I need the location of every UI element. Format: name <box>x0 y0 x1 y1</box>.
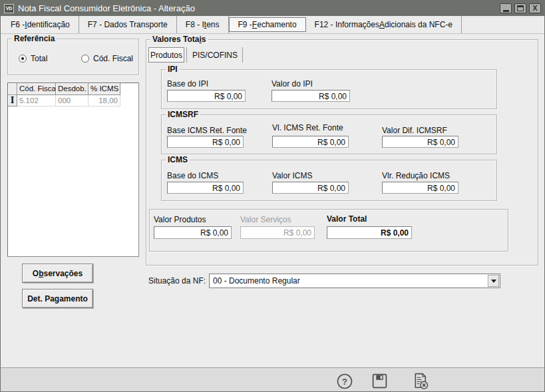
ipi-groupbox: IPI Base do IPI R$ 0,00 Valor do IPI R$ … <box>161 69 497 109</box>
nfce-alteracao-window: VD Nota Fiscal Consumidor Eletrônica - A… <box>0 0 545 392</box>
observacoes-button[interactable]: Observações <box>22 264 93 283</box>
icms-groupbox: ICMS Base do ICMS R$ 0,00 Valor ICMS R$ … <box>161 160 497 201</box>
valor-ipi-field[interactable]: R$ 0,00 <box>272 90 350 102</box>
save-button[interactable] <box>371 372 389 392</box>
help-button[interactable]: ? <box>336 373 353 392</box>
totais-panel: Valor Produtos R$ 0,00 Valor Serviços R$… <box>149 209 508 252</box>
grid-header-cod-fiscal[interactable]: Cód. Fiscal <box>17 83 56 95</box>
grid-header-desdob[interactable]: Desdob. <box>56 83 89 95</box>
cell-cod-fiscal[interactable]: 5.102 <box>17 95 56 106</box>
cell-desdob[interactable]: 000 <box>56 95 89 106</box>
vl-icms-ret-fonte-field[interactable]: R$ 0,00 <box>272 136 349 148</box>
valor-icms-label: Valor ICMS <box>272 171 312 180</box>
valor-produtos-label: Valor Produtos <box>154 215 206 224</box>
tab-f7-dados-transporte[interactable]: F7 - Dados Transporte <box>79 16 177 33</box>
minimize-button[interactable] <box>500 3 512 13</box>
save-icon <box>371 372 389 390</box>
cell-icms[interactable]: 18,00 <box>89 95 120 106</box>
valores-totais-groupbox: Valores Totais Produtos PIS/COFINS IPI B… <box>146 39 538 266</box>
situacao-nf-value: 00 - Documento Regular <box>210 276 488 286</box>
grid-indicator-header <box>8 83 17 95</box>
tab-f6-identificacao[interactable]: F6 - Identificação <box>2 16 79 33</box>
valor-icms-field[interactable]: R$ 0,00 <box>272 182 349 194</box>
titlebar: VD Nota Fiscal Consumidor Eletrônica - A… <box>1 1 544 16</box>
base-icms-label: Base do ICMS <box>167 171 218 180</box>
tab-produtos[interactable]: Produtos <box>148 47 184 63</box>
maximize-icon <box>517 5 524 11</box>
valor-total-field[interactable]: R$ 0,00 <box>327 226 412 239</box>
situacao-nf-select[interactable]: 00 - Documento Regular <box>209 274 500 288</box>
cod-fiscal-grid[interactable]: Cód. Fiscal Desdob. % ICMS I 5.102 000 1… <box>7 83 139 257</box>
svg-text:?: ? <box>342 377 347 387</box>
ipi-title: IPI <box>166 65 180 74</box>
tab-label: F12 - Informações <box>315 20 379 29</box>
cancel-document-button[interactable] <box>411 371 430 392</box>
icms-title: ICMS <box>166 155 190 164</box>
tab-label: echamento <box>257 20 296 29</box>
tab-label: F6 - <box>11 20 25 29</box>
maximize-button[interactable] <box>514 3 526 13</box>
referencia-groupbox: Referência Total Cód. Fiscal <box>7 39 139 75</box>
window-title: Nota Fiscal Consumidor Eletrônica - Alte… <box>18 3 497 13</box>
valor-produtos-field[interactable]: R$ 0,00 <box>154 226 232 239</box>
tab-f12-informacoes-adicionais[interactable]: F12 - Informações Adicionais da NFC-e <box>306 16 462 33</box>
icmsrf-groupbox: ICMSRF Base ICMS Ret. Fonte R$ 0,00 Vl. … <box>161 114 497 154</box>
radio-cod-fiscal[interactable]: Cód. Fiscal <box>81 54 133 63</box>
radio-total[interactable]: Total <box>19 54 47 63</box>
tab-separator <box>186 47 187 63</box>
tab-pis-cofins[interactable]: PIS/COFINS <box>189 47 241 63</box>
tab-label: F8 - I <box>186 20 204 29</box>
close-button[interactable]: X <box>529 3 541 13</box>
tab-label: dentificação <box>27 20 70 29</box>
cancel-document-icon <box>411 371 430 391</box>
tab-label: F9 - <box>238 20 252 29</box>
tab-label: F7 - Dados Transporte <box>88 20 168 29</box>
tab-label: A <box>379 20 385 29</box>
button-label: Observações <box>33 269 83 278</box>
valor-ipi-label: Valor do IPI <box>272 79 313 89</box>
base-icms-ret-fonte-label: Base ICMS Ret. Fonte <box>167 126 247 135</box>
bottom-toolbar: ? <box>1 367 544 392</box>
valor-dif-icmsrf-field[interactable]: R$ 0,00 <box>382 136 458 148</box>
tab-separator <box>242 47 243 63</box>
tab-label: dicionais da NFC-e <box>385 20 453 29</box>
valor-servicos-label: Valor Serviços <box>240 215 291 224</box>
base-icms-ret-fonte-field[interactable]: R$ 0,00 <box>167 136 244 148</box>
chevron-down-icon <box>491 280 496 283</box>
table-row[interactable]: I 5.102 000 18,00 <box>8 95 138 106</box>
vl-icms-ret-fonte-label: Vl. ICMS Ret. Fonte <box>272 123 343 132</box>
radio-cod-fiscal-circle <box>81 55 89 63</box>
base-icms-field[interactable]: R$ 0,00 <box>167 182 244 194</box>
app-icon: VD <box>4 4 14 13</box>
tab-f8-itens[interactable]: F8 - Itens <box>177 16 229 33</box>
tab-label: F <box>252 20 257 29</box>
tab-f9-fechamento[interactable]: F9 - Fechamento <box>229 17 306 32</box>
situacao-dropdown-button[interactable] <box>488 275 499 287</box>
det-pagamento-button[interactable]: Det. Pagamento <box>22 289 93 308</box>
radio-cod-fiscal-label: Cód. Fiscal <box>93 54 133 63</box>
vlr-reducao-icms-field[interactable]: R$ 0,00 <box>382 182 458 194</box>
grid-header-icms[interactable]: % ICMS <box>89 83 120 95</box>
vlr-reducao-icms-label: Vlr. Redução ICMS <box>382 171 450 180</box>
radio-total-circle <box>19 55 27 63</box>
icmsrf-title: ICMSRF <box>166 110 200 119</box>
minimize-icon <box>503 10 509 12</box>
situacao-nf-label: Situação da NF: <box>148 276 206 286</box>
base-ipi-label: Base do IPI <box>167 79 208 89</box>
close-icon: X <box>532 5 537 12</box>
valor-dif-icmsrf-label: Valor Dif. ICMSRF <box>382 126 447 135</box>
help-icon: ? <box>336 373 353 390</box>
tab-label: ens <box>206 20 219 29</box>
main-tabbar: F6 - Identificação F7 - Dados Transporte… <box>1 16 544 34</box>
valores-totais-title: Valores Totais <box>150 35 208 44</box>
valor-servicos-field: R$ 0,00 <box>240 226 315 239</box>
valor-total-label: Valor Total <box>327 214 367 224</box>
base-ipi-field[interactable]: R$ 0,00 <box>167 90 246 102</box>
button-label: Det. Pagamento <box>27 294 88 303</box>
radio-total-label: Total <box>31 54 47 63</box>
grid-header-row: Cód. Fiscal Desdob. % ICMS <box>8 83 138 95</box>
row-indicator-icon: I <box>8 95 17 106</box>
referencia-title: Referência <box>12 34 57 43</box>
